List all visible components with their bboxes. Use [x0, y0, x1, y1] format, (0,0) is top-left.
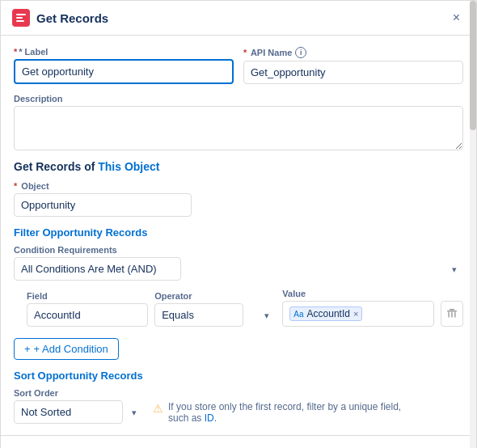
panel-title: Get Records — [36, 11, 108, 25]
sort-row: Sort Order Not Sorted ⚠ If you store onl… — [14, 388, 463, 424]
object-input[interactable] — [14, 193, 192, 217]
operator-select[interactable]: Equals — [154, 303, 243, 327]
field-label: Field — [27, 291, 148, 301]
api-name-group: * API Name i — [243, 47, 463, 84]
panel-header: Get Records × — [1, 1, 476, 36]
panel-body: ** Label * API Name i Description Get Re… — [1, 36, 476, 435]
operator-label: Operator — [154, 291, 276, 301]
sort-order-label: Sort Order — [14, 388, 143, 398]
delete-condition-button[interactable] — [441, 301, 463, 327]
svg-rect-4 — [450, 309, 454, 310]
svg-rect-0 — [16, 14, 26, 15]
object-group: * Object — [14, 181, 192, 217]
value-tag: Aa AccountId × — [289, 306, 362, 321]
sort-section-title: Sort Opportunity Records — [14, 370, 463, 382]
scrollbar-thumb[interactable] — [470, 1, 476, 130]
condition-req-group: Condition Requirements All Conditions Ar… — [14, 245, 463, 281]
label-input[interactable] — [14, 59, 234, 84]
condition-value-group: Value Aa AccountId × — [282, 289, 434, 327]
close-button[interactable]: × — [448, 9, 465, 27]
label-group: ** Label — [14, 47, 234, 84]
value-tag-input[interactable]: Aa AccountId × — [282, 301, 434, 327]
sort-order-group: Sort Order Not Sorted — [14, 388, 143, 424]
label-field-label: ** Label — [14, 47, 234, 57]
label-apiname-row: ** Label * API Name i — [14, 47, 463, 84]
add-condition-button[interactable]: + + Add Condition — [14, 338, 119, 360]
value-label: Value — [282, 289, 434, 298]
bottom-section[interactable]: How Many Records to Store ▾ — [1, 435, 476, 448]
svg-rect-2 — [16, 20, 24, 22]
header-left: Get Records — [12, 9, 108, 27]
sort-section: Sort Opportunity Records Sort Order Not … — [14, 370, 463, 424]
condition-field-group: Field — [27, 291, 148, 327]
warning-text: If you store only the first record, filt… — [168, 401, 401, 424]
object-label: * Object — [14, 181, 192, 191]
condition-req-select-wrapper: All Conditions Are Met (AND) — [14, 257, 463, 281]
svg-rect-3 — [447, 311, 457, 311]
condition-operator-group: Operator Equals — [154, 291, 276, 327]
sort-order-select-wrapper: Not Sorted — [14, 400, 143, 424]
warning-icon: ⚠ — [153, 402, 163, 415]
trash-icon — [446, 308, 458, 319]
warning-suffix: . — [214, 412, 217, 424]
tag-close-button[interactable]: × — [353, 309, 358, 319]
svg-rect-7 — [454, 312, 455, 318]
api-name-label: * API Name i — [243, 47, 463, 58]
add-condition-plus: + — [24, 343, 31, 355]
description-group: Description — [14, 94, 463, 150]
get-records-section-title: Get Records of This Object — [14, 160, 463, 173]
svg-rect-6 — [451, 312, 452, 318]
svg-rect-1 — [16, 17, 23, 19]
api-name-info-icon[interactable]: i — [295, 47, 306, 58]
panel-icon — [12, 9, 30, 27]
condition-req-label: Condition Requirements — [14, 245, 463, 255]
condition-row: Field Operator Equals Value Aa AccountId — [14, 289, 463, 327]
add-condition-label: + Add Condition — [34, 343, 108, 355]
sort-order-select[interactable]: Not Sorted — [14, 400, 123, 424]
scrollbar-track — [470, 1, 476, 448]
svg-rect-5 — [449, 312, 450, 318]
filter-section-title: Filter Opportunity Records — [14, 226, 463, 239]
tag-text: AccountId — [307, 308, 350, 319]
tag-icon: Aa — [293, 310, 303, 319]
api-name-input[interactable] — [243, 61, 463, 84]
description-label: Description — [14, 94, 463, 104]
condition-req-select[interactable]: All Conditions Are Met (AND) — [14, 257, 181, 281]
operator-select-wrapper: Equals — [154, 303, 276, 327]
field-input[interactable] — [27, 303, 148, 327]
warning-message: ⚠ If you store only the first record, fi… — [153, 401, 403, 424]
description-input[interactable] — [14, 106, 463, 150]
get-records-panel: Get Records × ** Label * API Name i — [0, 0, 477, 448]
warning-link[interactable]: ID — [205, 412, 214, 424]
